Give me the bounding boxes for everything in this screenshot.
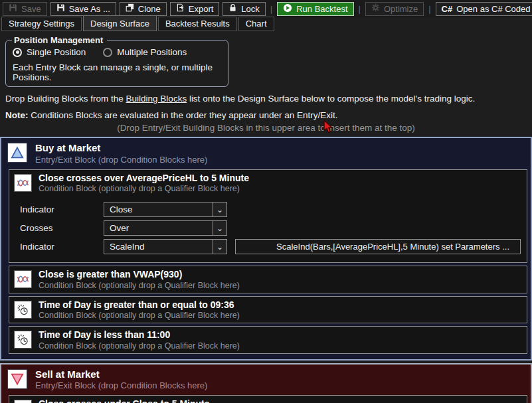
toolbar: Save Save As ... Clone Export Lock | Run… (0, 0, 532, 17)
time-of-day-icon (14, 331, 32, 349)
tab-bar: Strategy Settings Design Surface Backtes… (0, 17, 532, 31)
clone-label: Clone (138, 4, 161, 14)
toolbar-separator: | (428, 4, 430, 14)
condition-subtitle: Condition Block (optionally drop a Quali… (39, 184, 249, 193)
buy-conditions-list: Close crosses over AveragePriceHL to 5 M… (1, 168, 531, 359)
condition-header[interactable]: Time of Day is less than 11:00 Condition… (9, 327, 527, 353)
condition-subtitle: Condition Block (optionally drop a Quali… (39, 311, 240, 320)
condition-header[interactable]: Time of Day is greater than or equal to … (9, 297, 527, 323)
lock-button[interactable]: Lock (222, 2, 265, 16)
crosses-select-value: Over (104, 221, 213, 235)
buy-triangle-icon (7, 143, 27, 163)
condition-header[interactable]: Close crosses under Close to 5 Minute Co… (9, 396, 527, 403)
sell-triangle-icon (7, 369, 27, 389)
open-csharp-button[interactable]: C# Open as C# Coded Strategy (436, 2, 532, 16)
instr1-suffix: list onto the Design Surface below to co… (187, 94, 475, 104)
condition-block-close-crosses-under[interactable]: Close crosses under Close to 5 Minute Co… (9, 395, 527, 403)
condition-block-close-greater-vwap[interactable]: Close is greater than VWAP(930) Conditio… (9, 266, 527, 293)
optimize-label: Optimize (384, 4, 418, 14)
condition-title: Time of Day is greater than or equal to … (39, 299, 240, 311)
condition-header[interactable]: Close crosses over AveragePriceHL to 5 M… (9, 170, 527, 197)
play-icon (283, 3, 292, 15)
condition-subtitle: Condition Block (optionally drop a Quali… (39, 281, 240, 290)
single-position-label: Single Position (27, 47, 86, 57)
open-csharp-label: Open as C# Coded Strategy (456, 4, 532, 14)
run-backtest-button[interactable]: Run Backtest (277, 2, 353, 16)
radio-multiple-positions[interactable]: Multiple Positions (103, 47, 187, 57)
crossing-waves-icon (14, 270, 32, 288)
crosses-select[interactable]: Over ⌄ (104, 220, 227, 236)
indicator-select-value: Close (104, 202, 213, 216)
export-label: Export (189, 4, 214, 14)
instructions-line2: Note: Conditions Blocks are evaluated in… (5, 110, 532, 120)
drop-hint: (Drop Entry/Exit Building Blocks in this… (0, 123, 532, 133)
lock-label: Lock (241, 4, 259, 14)
tab-strategy-settings[interactable]: Strategy Settings (1, 17, 82, 31)
condition-title: Close crosses under Close to 5 Minute (39, 398, 240, 403)
export-icon (176, 3, 185, 14)
chevron-down-icon: ⌄ (213, 221, 226, 235)
radio-off-icon (103, 48, 112, 57)
building-blocks-link[interactable]: Building Blocks (126, 94, 187, 104)
buy-block-title: Buy at Market (35, 141, 207, 155)
buy-block-header[interactable]: Buy at Market Entry/Exit Block (drop Con… (1, 138, 531, 168)
condition-title: Time of Day is less than 11:00 (39, 329, 240, 341)
sell-at-market-block[interactable]: Sell at Market Entry/Exit Block (drop Co… (0, 363, 532, 403)
drop-hint-text: (Drop Entry/Exit Building Blocks in this… (117, 123, 415, 133)
indicator2-select[interactable]: ScaleInd ⌄ (104, 239, 227, 254)
tab-backtest-results[interactable]: Backtest Results (158, 17, 237, 31)
clone-icon (126, 3, 134, 14)
sell-block-title: Sell at Market (35, 368, 207, 381)
crossing-waves-icon (14, 400, 32, 403)
param-label: Indicator (9, 204, 104, 214)
condition-title: Close crosses over AveragePriceHL to 5 M… (39, 173, 249, 185)
position-management-legend: Position Management (12, 35, 107, 45)
multiple-positions-label: Multiple Positions (117, 47, 187, 57)
csharp-icon: C# (442, 4, 453, 14)
gear-icon (371, 3, 380, 14)
instr1-prefix: Drop Building Blocks from the (5, 94, 126, 104)
floppy-icon (9, 3, 17, 14)
indicator2-select-value: ScaleInd (104, 240, 213, 254)
note-label: Note: (5, 110, 29, 120)
buy-at-market-block[interactable]: Buy at Market Entry/Exit Block (drop Con… (0, 137, 532, 361)
condition-block-time-lt[interactable]: Time of Day is less than 11:00 Condition… (9, 326, 527, 354)
optimize-button[interactable]: Optimize (365, 2, 424, 16)
condition-header[interactable]: Close is greater than VWAP(930) Conditio… (9, 266, 527, 293)
export-button[interactable]: Export (170, 2, 220, 16)
position-management-description: Each Entry Block can manage a single, or… (13, 62, 221, 82)
time-of-day-icon (14, 301, 32, 319)
radio-on-icon (13, 48, 22, 57)
lock-icon (228, 3, 237, 14)
radio-single-position[interactable]: Single Position (13, 47, 86, 57)
floppy-icon (56, 3, 65, 14)
save-label: Save (21, 4, 41, 14)
save-as-button[interactable]: Save As ... (50, 2, 116, 16)
condition-block-time-gte[interactable]: Time of Day is greater than or equal to … (9, 296, 527, 324)
condition-parameters: Indicator Close ⌄ Crosses Over ⌄ (9, 196, 527, 262)
mouse-cursor-icon (323, 120, 334, 136)
sell-block-subtitle: Entry/Exit Block (drop Condition Blocks … (35, 380, 207, 390)
position-management-group: Position Management Single Position Mult… (5, 40, 228, 87)
tab-design-surface[interactable]: Design Surface (83, 15, 157, 31)
save-button[interactable]: Save (3, 2, 47, 16)
crossing-waves-icon (14, 174, 32, 192)
buy-block-subtitle: Entry/Exit Block (drop Condition Blocks … (35, 155, 207, 165)
tab-chart[interactable]: Chart (238, 17, 274, 31)
chevron-down-icon: ⌄ (213, 202, 226, 216)
instructions-line1: Drop Building Blocks from the Building B… (5, 94, 532, 104)
sell-block-header[interactable]: Sell at Market Entry/Exit Block (drop Co… (1, 364, 531, 394)
param-label: Crosses (9, 223, 104, 233)
indicator-select[interactable]: Close ⌄ (104, 202, 227, 217)
note-text: Conditions Blocks are evaluated in the o… (29, 110, 338, 120)
condition-title: Close is greater than VWAP(930) (39, 269, 240, 281)
sell-conditions-list: Close crosses under Close to 5 Minute Co… (1, 394, 531, 403)
clone-button[interactable]: Clone (120, 2, 167, 16)
run-backtest-label: Run Backtest (296, 4, 347, 14)
toolbar-separator: | (359, 4, 361, 14)
condition-block-close-crosses-over[interactable]: Close crosses over AveragePriceHL to 5 M… (9, 169, 527, 264)
save-as-label: Save As ... (69, 4, 110, 14)
set-parameters-button[interactable]: ScaleInd(Bars,[AveragePriceHL],5 Minute)… (235, 239, 521, 254)
condition-subtitle: Condition Block (optionally drop a Quali… (39, 341, 240, 351)
toolbar-separator: | (270, 4, 272, 14)
